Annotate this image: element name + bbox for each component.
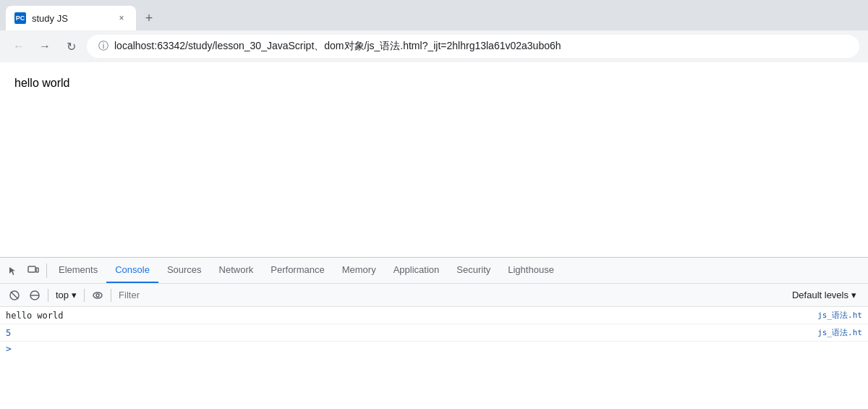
device-toggle-icon[interactable]	[23, 261, 43, 281]
page-text: hello world	[14, 77, 69, 89]
svg-point-7	[96, 294, 99, 297]
nav-bar: ← → ↻ ⓘ localhost:63342/study/lesson_30_…	[0, 30, 868, 62]
new-tab-button[interactable]: +	[139, 8, 159, 28]
context-arrow: ▾	[72, 290, 77, 300]
svg-point-6	[93, 292, 102, 298]
console-row-hello: hello world js_语法.ht	[0, 307, 868, 324]
devtools-toolbar: Elements Console Sources Network Perform…	[0, 258, 868, 284]
main-area: hello world	[0, 62, 868, 409]
filter-input[interactable]	[116, 288, 783, 302]
console-row-hello-source[interactable]: js_语法.ht	[812, 308, 868, 322]
console-row-5-source[interactable]: js_语法.ht	[812, 326, 868, 340]
tab-performance[interactable]: Performance	[262, 258, 333, 283]
page-content: hello world	[0, 62, 868, 257]
console-output: hello world js_语法.ht 5 js_语法.ht >	[0, 307, 868, 409]
tab-favicon: PC	[14, 12, 26, 24]
console-separator	[48, 289, 48, 302]
default-levels-arrow: ▾	[851, 290, 856, 300]
security-icon: ⓘ	[98, 40, 109, 53]
default-levels-dropdown[interactable]: Default levels ▾	[786, 288, 862, 302]
default-levels-label: Default levels	[792, 290, 848, 300]
tab-close-button[interactable]: ×	[116, 12, 127, 24]
console-block-button[interactable]	[26, 287, 43, 304]
tab-lighthouse[interactable]: Lighthouse	[499, 258, 563, 283]
console-row-5: 5 js_语法.ht	[0, 324, 868, 342]
devtools-panel: Elements Console Sources Network Perform…	[0, 257, 868, 409]
console-clear-button[interactable]	[6, 287, 23, 304]
cursor-inspect-icon[interactable]	[3, 261, 23, 281]
url-text: localhost:63342/study/lesson_30_JavaScri…	[114, 40, 561, 53]
tab-bar: PC study JS × +	[0, 0, 868, 30]
console-separator-2	[84, 289, 85, 302]
tab-application[interactable]: Application	[385, 258, 448, 283]
reload-button[interactable]: ↻	[61, 36, 81, 56]
tab-console[interactable]: Console	[106, 258, 158, 283]
browser-chrome: PC study JS × + ← → ↻ ⓘ localhost:63342/…	[0, 0, 868, 62]
console-prompt-icon: >	[6, 343, 12, 354]
svg-line-3	[11, 292, 18, 299]
tab-title: study JS	[32, 13, 110, 24]
browser-window: PC study JS × + ← → ↻ ⓘ localhost:63342/…	[0, 0, 868, 409]
devtools-tabs: Elements Console Sources Network Perform…	[50, 258, 865, 283]
svg-rect-1	[36, 268, 38, 272]
eye-button[interactable]	[89, 287, 106, 304]
tab-memory[interactable]: Memory	[333, 258, 385, 283]
back-button[interactable]: ←	[9, 36, 29, 56]
context-label: top	[56, 290, 69, 300]
console-prompt-row[interactable]: >	[0, 342, 868, 355]
browser-tab[interactable]: PC study JS ×	[6, 6, 136, 30]
tab-sources[interactable]: Sources	[158, 258, 210, 283]
tab-security[interactable]: Security	[448, 258, 499, 283]
tab-elements[interactable]: Elements	[50, 258, 106, 283]
context-selector[interactable]: top ▾	[53, 288, 80, 302]
forward-button[interactable]: →	[35, 36, 55, 56]
console-row-5-content: 5	[0, 326, 812, 340]
console-row-hello-content: hello world	[0, 309, 812, 322]
console-toolbar: top ▾ Default levels ▾	[0, 284, 868, 307]
tab-network[interactable]: Network	[210, 258, 263, 283]
console-separator-3	[111, 289, 111, 302]
toolbar-separator	[46, 263, 47, 278]
svg-rect-0	[28, 266, 35, 272]
address-bar[interactable]: ⓘ localhost:63342/study/lesson_30_JavaSc…	[87, 35, 859, 58]
